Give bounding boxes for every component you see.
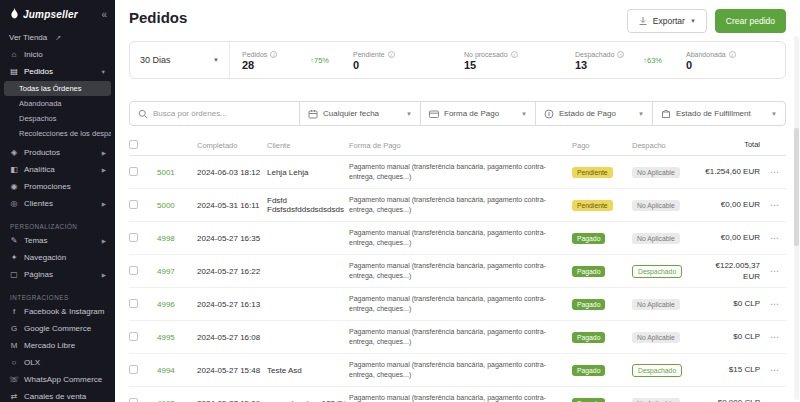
sidebar-item-label: Ver Tienda <box>9 33 47 42</box>
sidebar-collapse-icon[interactable]: « <box>101 9 107 20</box>
table-row: 5001 2024-06-03 18:12 Lehja Lehja Pagame… <box>129 156 786 189</box>
sidebar-item-whatsapp-commerce[interactable]: ☏ WhatsApp Commerce <box>0 371 115 388</box>
row-actions-icon[interactable]: ⋯ <box>764 299 786 309</box>
row-checkbox[interactable] <box>129 398 138 402</box>
search-input[interactable] <box>153 109 291 118</box>
sidebar-item-canales-de-venta[interactable]: ⇄ Canales de venta <box>0 388 115 402</box>
row-checkbox[interactable] <box>129 365 138 374</box>
order-number-link[interactable]: 4993 <box>157 399 193 402</box>
jumpseller-logo-icon <box>10 8 19 21</box>
row-actions-icon[interactable]: ⋯ <box>764 398 786 402</box>
table-row: 5000 2024-05-31 16:11 Fdsfd Fdsfsdsfddsd… <box>129 189 786 222</box>
sidebar-item-recolecciones[interactable]: Recolecciones de los despach <box>4 126 111 141</box>
sidebar-item-olx[interactable]: ○ OLX <box>0 354 115 371</box>
sidebar-item-analitica[interactable]: ◧ Analítica ▶ <box>0 161 115 178</box>
row-checkbox[interactable] <box>129 266 138 275</box>
order-number-link[interactable]: 4996 <box>157 300 193 309</box>
vertical-scrollbar[interactable] <box>794 36 799 400</box>
orders-table: Completado Cliente Forma de Pago Pago De… <box>129 136 786 402</box>
export-label: Exportar <box>653 16 685 26</box>
chevron-down-icon: ▼ <box>213 57 219 63</box>
row-checkbox[interactable] <box>129 200 138 209</box>
completed-date: 2024-05-31 16:11 <box>197 201 263 210</box>
sidebar-item-paginas[interactable]: ▢ Páginas ▶ <box>0 266 115 283</box>
order-number-link[interactable]: 4995 <box>157 333 193 342</box>
chevron-right-icon: ▶ <box>102 272 106 278</box>
completed-date: 2024-05-27 16:22 <box>197 267 263 276</box>
sidebar-item-productos[interactable]: ◈ Productos ▶ <box>0 144 115 161</box>
stat-no-procesado: No procesadoi 15 <box>452 42 563 78</box>
logo-row: Jumpseller « <box>0 0 115 29</box>
completed-date: 2024-06-03 18:12 <box>197 168 263 177</box>
row-checkbox[interactable] <box>129 167 138 176</box>
order-number-link[interactable]: 4994 <box>157 366 193 375</box>
sidebar-item-label: Mercado Libre <box>24 341 75 350</box>
row-actions-icon[interactable]: ⋯ <box>764 332 786 342</box>
sidebar-nav: Ver Tienda ↗ ⌂ Inicio ▤ Pedidos ▼ Todas … <box>0 29 115 402</box>
order-number-link[interactable]: 5000 <box>157 201 193 210</box>
row-checkbox[interactable] <box>129 233 138 242</box>
scrollbar-thumb[interactable] <box>794 128 799 246</box>
sidebar-item-ver-tienda[interactable]: Ver Tienda ↗ <box>0 29 115 46</box>
order-total: $0 CLP <box>700 298 760 309</box>
fulfillment-status-dropdown[interactable]: Estado de Fulfillment ▼ <box>652 101 786 126</box>
stat-value: 0 <box>353 59 395 71</box>
order-number-link[interactable]: 4998 <box>157 234 193 243</box>
row-checkbox[interactable] <box>129 299 138 308</box>
sidebar-item-mercado-libre[interactable]: M Mercado Libre <box>0 337 115 354</box>
sidebar-item-google-commerce[interactable]: G Google Commerce <box>0 320 115 337</box>
facebook-icon: f <box>9 307 19 316</box>
sidebar-item-clientes[interactable]: ◎ Clientes ▶ <box>0 195 115 212</box>
payment-method: Pagamento manual (transferência bancária… <box>349 159 568 186</box>
info-icon[interactable]: i <box>270 51 277 58</box>
fulfillment-status-badge: Despachado <box>632 364 682 377</box>
order-number-link[interactable]: 5001 <box>157 168 193 177</box>
sidebar-item-navegacion[interactable]: ✦ Navegación <box>0 249 115 266</box>
date-filter-dropdown[interactable]: Cualquier fecha ▼ <box>299 101 421 126</box>
info-icon[interactable]: i <box>511 51 518 58</box>
sidebar-item-despachos[interactable]: Despachos <box>4 111 111 126</box>
themes-icon: ✎ <box>9 236 19 245</box>
analytics-icon: ◧ <box>9 165 19 174</box>
page-title: Pedidos <box>129 9 187 26</box>
fulfillment-status-badge: No Aplicable <box>632 200 680 211</box>
select-all-checkbox[interactable] <box>129 140 138 149</box>
pages-icon: ▢ <box>9 270 19 279</box>
sidebar-item-temas[interactable]: ✎ Temas ▶ <box>0 232 115 249</box>
sidebar-item-label: Navegación <box>24 253 66 262</box>
payment-status-dropdown[interactable]: Estado de Pago ▼ <box>535 101 653 126</box>
sidebar-item-label: Facebook & Instagram <box>24 307 104 316</box>
sidebar-item-facebook-instagram[interactable]: f Facebook & Instagram <box>0 303 115 320</box>
sidebar-item-abandonada[interactable]: Abandonada <box>4 96 111 111</box>
row-actions-icon[interactable]: ⋯ <box>764 266 786 276</box>
filters-bar: Cualquier fecha ▼ Forma de Pago ▼ Estado… <box>129 101 786 126</box>
info-icon[interactable]: i <box>729 51 736 58</box>
payment-method-dropdown[interactable]: Forma de Pago ▼ <box>420 101 536 126</box>
sidebar-item-inicio[interactable]: ⌂ Inicio <box>0 46 115 63</box>
info-icon[interactable]: i <box>388 51 395 58</box>
chevron-down-icon: ▼ <box>101 69 106 75</box>
client-name: Fdsfd Fdsfsdsfddsdsdsdsds <box>267 196 345 214</box>
sidebar-item-promociones[interactable]: ◉ Promociones <box>0 178 115 195</box>
period-dropdown[interactable]: 30 Dias ▼ <box>130 42 230 78</box>
pedidos-submenu: Todas las Órdenes Abandonada Despachos R… <box>0 80 115 144</box>
row-actions-icon[interactable]: ⋯ <box>764 365 786 375</box>
create-order-button[interactable]: Crear pedido <box>715 9 786 33</box>
row-actions-icon[interactable]: ⋯ <box>764 200 786 210</box>
row-actions-icon[interactable]: ⋯ <box>764 233 786 243</box>
sidebar-item-label: Analítica <box>24 165 55 174</box>
table-row: 4997 2024-05-27 16:22 Pagamento manual (… <box>129 255 786 288</box>
olx-icon: ○ <box>9 358 19 367</box>
sidebar-item-todas-las-ordenes[interactable]: Todas las Órdenes <box>4 81 111 96</box>
info-icon[interactable]: i <box>617 51 624 58</box>
order-total: €1.254,60 EUR <box>700 166 760 177</box>
table-row: 4998 2024-05-27 16:35 Pagamento manual (… <box>129 222 786 255</box>
sidebar-item-pedidos[interactable]: ▤ Pedidos ▼ <box>0 63 115 80</box>
calendar-icon <box>308 109 318 119</box>
order-number-link[interactable]: 4997 <box>157 267 193 276</box>
order-total: €0,00 EUR <box>700 199 760 210</box>
row-actions-icon[interactable]: ⋯ <box>764 167 786 177</box>
export-button[interactable]: Exportar ▼ <box>627 9 707 33</box>
row-checkbox[interactable] <box>129 332 138 341</box>
stat-abandonada: Abandonadai 0 <box>674 42 785 78</box>
